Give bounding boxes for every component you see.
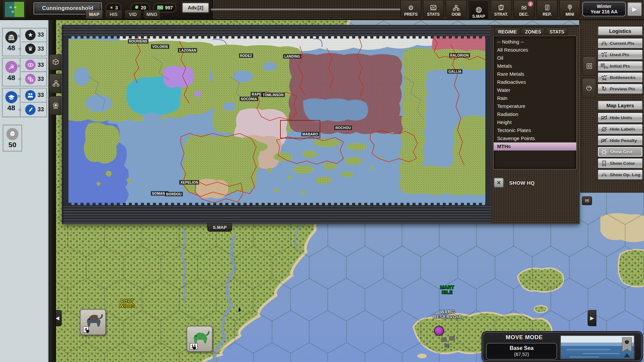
stats-sidebar: 48 ▶ ◀ ★ 33 ♛ 33 ☭ 48 ▶ ◀ 33 33 xyxy=(0,20,49,362)
used-pts-button[interactable]: Used Pts xyxy=(598,50,643,60)
layer-item[interactable]: All Resources xyxy=(494,46,576,54)
current-pts-button[interactable]: Current Pts xyxy=(598,38,643,48)
layer-item[interactable]: Scavenge Points xyxy=(494,134,576,142)
fist-icon xyxy=(134,5,139,10)
end-turn-button[interactable]: ▶ xyxy=(627,2,642,16)
logistics-title: Logistics xyxy=(598,26,643,36)
unrest-stat-box[interactable]: 50 xyxy=(3,125,22,152)
prefs-button[interactable]: ⚙ PREFS xyxy=(400,0,421,18)
viewport-rectangle[interactable] xyxy=(280,120,320,138)
strategic-world-map[interactable]: ROURIENS VOLORIS LAZONAN RODEZ LANDING R… xyxy=(68,36,485,205)
org-structure-tab[interactable] xyxy=(49,74,63,93)
layer-item[interactable]: -- Nothing -- xyxy=(494,38,576,46)
layer-item[interactable]: MTHs xyxy=(494,142,576,150)
target-icon xyxy=(52,102,60,110)
year-label: Year 216 AA xyxy=(591,9,618,14)
eye-value: 33 xyxy=(38,62,44,68)
city-label: LAZONAN xyxy=(178,48,197,52)
window-top-frame[interactable] xyxy=(63,26,491,36)
crown-icon: ♛ xyxy=(25,44,36,54)
tab-vid[interactable]: VID xyxy=(124,10,141,19)
hex-layer-tab[interactable] xyxy=(582,78,596,98)
layer-item[interactable]: Radiation xyxy=(494,110,576,118)
tab-stats[interactable]: STATS xyxy=(546,27,568,36)
hide-labels-button[interactable]: Hide Labels xyxy=(598,124,643,134)
layer-item[interactable]: Height xyxy=(494,118,576,126)
skull-icon: ☠ xyxy=(11,10,14,13)
message-tab[interactable]: ✉ xyxy=(582,196,592,205)
bottlenecks-button[interactable]: Bottlenecks xyxy=(598,72,643,82)
target-tab[interactable] xyxy=(49,96,62,115)
layer-item[interactable]: Tectonic Plates xyxy=(494,126,576,134)
season-label: Winter xyxy=(597,4,611,9)
hide-units-button[interactable]: Hide Units xyxy=(598,113,643,123)
mode-label: MOVE MODE xyxy=(491,334,558,341)
rep-button[interactable]: REP. xyxy=(537,0,557,18)
city-label: ROURIENS xyxy=(128,39,148,44)
skull-icon: ☠ xyxy=(13,5,17,9)
layer-item[interactable]: Water xyxy=(494,86,576,94)
cube-tab[interactable] xyxy=(49,54,62,70)
tab-his[interactable]: HIS xyxy=(105,10,122,19)
chart-percent-icon xyxy=(600,74,608,81)
tab-regime[interactable]: REGIME xyxy=(494,27,520,36)
tab-map[interactable]: MAP xyxy=(86,10,103,19)
show-color-button[interactable]: Show Color xyxy=(598,158,643,168)
layer-item[interactable]: Metals xyxy=(494,62,576,70)
bookmark-icon xyxy=(600,160,608,167)
beast-unit-counter-2[interactable]: 11 xyxy=(186,326,213,352)
layer-item[interactable]: Rain xyxy=(494,94,576,102)
show-op-log-button[interactable]: Show Op. Log xyxy=(598,170,643,180)
smap-bottom-tab[interactable]: S.MAP xyxy=(207,223,232,232)
mini-button[interactable]: MINI xyxy=(559,0,580,18)
city-label: LANDING xyxy=(283,54,302,58)
city-label: GALLIA xyxy=(447,69,463,73)
location-display: Base Sea (67,52) xyxy=(486,343,557,360)
terrain-name: Base Sea xyxy=(509,345,533,351)
politics-stat-group[interactable]: ☭ 48 ▶ ◀ 33 33 xyxy=(2,58,47,86)
faction-flag[interactable]: ☠ ☠ ☠ xyxy=(4,1,25,18)
eye-icon xyxy=(25,60,36,70)
show-hq-checkbox[interactable]: × xyxy=(494,178,504,188)
strat-button[interactable]: STRAT. xyxy=(491,0,512,18)
preview-pts-button[interactable]: ↻ Preview Pts xyxy=(598,84,643,94)
layer-item[interactable]: Radioactives xyxy=(494,78,576,86)
map-pin-icon xyxy=(567,4,573,12)
layer-item[interactable]: Rare Metals xyxy=(494,70,576,78)
stats-button[interactable]: STATS xyxy=(423,0,444,18)
calendar-road-icon xyxy=(600,62,608,70)
beast-unit-counter[interactable]: 4 xyxy=(80,309,106,335)
cards-icon xyxy=(497,4,505,12)
tab-mng[interactable]: MNG xyxy=(143,10,161,19)
city-label: RODEZ xyxy=(239,53,253,58)
map-top-edge xyxy=(68,36,485,39)
smap-button[interactable]: S.MAP xyxy=(468,0,489,20)
government-stat-group[interactable]: 48 ▶ ◀ ★ 33 ♛ 33 xyxy=(2,28,47,56)
adv-button[interactable]: Adv.[2] xyxy=(182,3,209,13)
layer-item[interactable]: Oil xyxy=(494,54,576,62)
hide-labels-icon xyxy=(600,125,608,133)
terrain-preview xyxy=(560,335,635,360)
top-bar: ☠ ☠ ☠ Cunningmoreshold ☀ 3 20 997 Adv.[2… xyxy=(0,0,644,20)
oob-button[interactable]: OOB xyxy=(446,0,467,18)
arrow-left-icon: ◀ xyxy=(18,107,21,112)
club-icon xyxy=(25,105,36,115)
crown-value: 33 xyxy=(38,46,44,52)
dec-button[interactable]: 2 ✉ DEC. xyxy=(514,0,534,18)
initial-pts-button[interactable]: Initial Pts xyxy=(598,61,643,71)
region-label-warg-reservoir: WARGRESERVOIR xyxy=(433,309,462,319)
coins-icon xyxy=(25,74,36,84)
road-icon xyxy=(600,40,608,47)
enemy-unit-marker[interactable] xyxy=(434,326,444,336)
layer-item[interactable]: Temperature xyxy=(494,102,576,110)
scroll-right-arrow[interactable]: ▶ xyxy=(588,310,596,326)
window-bottom-frame[interactable] xyxy=(63,205,491,224)
coins-value: 33 xyxy=(38,76,44,82)
show-grid-button[interactable]: Show Grid xyxy=(598,147,643,157)
hide-penalty-button[interactable]: Hide Penalty xyxy=(598,135,643,145)
tab-zones[interactable]: ZONES xyxy=(521,27,545,36)
frame-layer-tab[interactable] xyxy=(583,56,596,76)
road-icon xyxy=(600,171,608,178)
society-stat-group[interactable]: 48 ▶ ◀ 33 33 xyxy=(2,88,47,117)
cube-icon xyxy=(52,59,59,66)
